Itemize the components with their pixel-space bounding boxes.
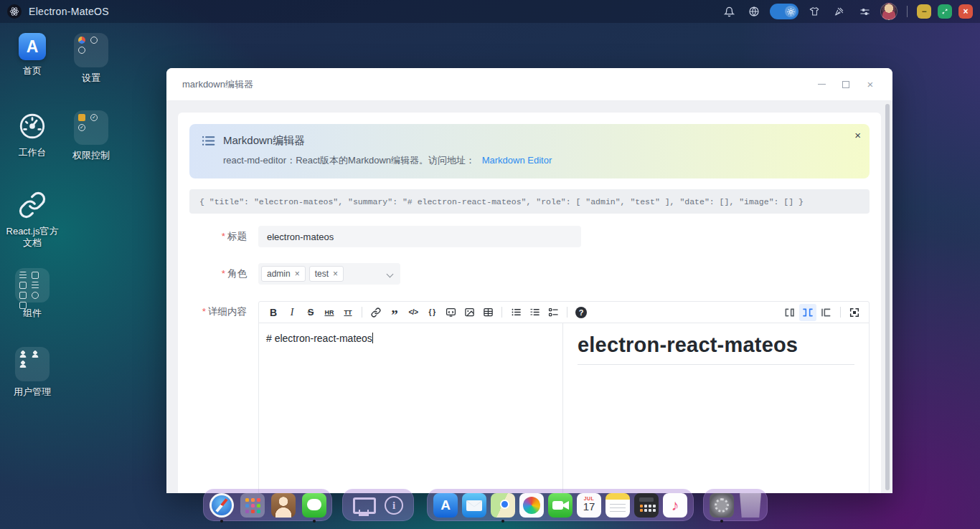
desktop-item-workbench[interactable]: 工作台: [3, 110, 62, 158]
close-icon[interactable]: ×: [864, 78, 877, 91]
role-label-text: 角色: [227, 268, 247, 279]
help-button[interactable]: ?: [573, 304, 590, 321]
maps-icon[interactable]: [491, 493, 515, 518]
italic-button[interactable]: I: [283, 304, 301, 321]
calculator-icon[interactable]: [634, 493, 659, 518]
window-title: markdown编辑器: [182, 78, 253, 91]
title-field-label: *标题: [189, 226, 247, 247]
code-inline-button[interactable]: </>: [405, 304, 422, 321]
language-globe-icon[interactable]: [745, 2, 763, 21]
image-button[interactable]: [461, 304, 478, 321]
photos-icon[interactable]: [519, 493, 544, 518]
content-field-label: *详细内容: [189, 301, 247, 493]
unordered-list-button[interactable]: [507, 304, 524, 321]
facetime-icon[interactable]: [548, 493, 573, 518]
theme-shirt-icon[interactable]: [805, 2, 824, 21]
title-input[interactable]: [258, 226, 581, 247]
window-minimize-button[interactable]: −: [917, 4, 931, 19]
preview-only-view-button[interactable]: [818, 304, 835, 321]
info-icon[interactable]: [382, 493, 406, 518]
link-button[interactable]: [367, 304, 385, 321]
quote-button[interactable]: ”: [386, 304, 403, 321]
code-block-button[interactable]: { }: [423, 304, 440, 321]
alert-description-text: react-md-editor：React版本的Markdown编辑器。访问地址…: [223, 155, 475, 166]
toolbar-separator: [567, 307, 567, 318]
desktop-item-components[interactable]: 组件: [3, 268, 62, 319]
gear-icon: [78, 47, 85, 54]
hr-button[interactable]: HR: [321, 304, 338, 321]
markdown-source-editor[interactable]: # electron-react-mateos: [259, 323, 563, 493]
tag-remove-icon[interactable]: ×: [333, 270, 338, 278]
display-icon[interactable]: [350, 493, 374, 518]
desktop-item-permissions[interactable]: ✓ ✓ 权限控制: [62, 110, 121, 161]
users-group-icon: [15, 347, 50, 381]
user-avatar[interactable]: [880, 3, 897, 20]
launchpad-icon[interactable]: [240, 493, 265, 518]
mermaid-button[interactable]: [442, 304, 459, 321]
role-tag: test ×: [309, 266, 344, 282]
calendar-icon[interactable]: JUL 17: [577, 493, 601, 518]
safari-icon[interactable]: [209, 493, 234, 518]
role-multiselect[interactable]: admin × test ×: [258, 263, 400, 285]
system-settings-icon[interactable]: [710, 493, 734, 518]
pin-icon[interactable]: [830, 2, 849, 21]
text-caret: [372, 333, 373, 343]
window-scrollbar[interactable]: [884, 101, 891, 493]
scrollbar-thumb[interactable]: [885, 104, 890, 490]
contacts-icon[interactable]: [271, 493, 296, 518]
topbar-divider: [907, 6, 908, 17]
editor-only-view-button[interactable]: [781, 304, 798, 321]
alert-title: Markdown编辑器: [223, 134, 305, 148]
notification-bell-icon[interactable]: [720, 2, 738, 21]
task-list-button[interactable]: [545, 304, 562, 321]
tag-remove-icon[interactable]: ×: [295, 270, 300, 278]
fullscreen-button[interactable]: [846, 304, 863, 321]
messages-icon[interactable]: [302, 493, 326, 518]
table-icon: [19, 272, 27, 279]
title-button[interactable]: TT: [339, 304, 357, 321]
desktop-item-user-management[interactable]: 用户管理: [3, 347, 62, 398]
form-row-content: *详细内容 B I S HR TT: [189, 301, 870, 493]
palette-icon: [78, 37, 85, 44]
app-store-icon[interactable]: A: [433, 493, 458, 518]
window-close-button[interactable]: ×: [958, 4, 973, 19]
minimize-icon[interactable]: [815, 78, 828, 91]
desktop-item-label: 用户管理: [14, 386, 51, 398]
window-maximize-button[interactable]: [938, 4, 952, 19]
settings-group-icon: [74, 33, 108, 67]
role-tag-label: admin: [267, 269, 291, 279]
desktop-item-settings[interactable]: 设置: [62, 33, 121, 84]
question-icon: ?: [575, 307, 587, 318]
role-tag: admin ×: [261, 266, 306, 282]
notes-icon[interactable]: [606, 493, 630, 518]
alert-close-icon[interactable]: ×: [854, 130, 861, 140]
strikethrough-button[interactable]: S: [302, 304, 319, 321]
desktop-item-label: 工作台: [19, 147, 47, 158]
running-dot: [720, 520, 723, 523]
desktop-item-react-docs[interactable]: React.js官方文档: [3, 189, 62, 249]
title-label-text: 标题: [227, 231, 247, 242]
desktop-item-label: 设置: [82, 72, 100, 84]
role-tag-label: test: [315, 269, 329, 279]
table-button[interactable]: [479, 304, 496, 321]
dashboard-gauge-icon: [17, 110, 48, 142]
calendar-day: 17: [583, 501, 595, 513]
mail-icon[interactable]: [462, 493, 486, 518]
settings-toggle[interactable]: [770, 4, 798, 19]
ordered-list-button[interactable]: [526, 304, 543, 321]
window-titlebar[interactable]: markdown编辑器 ×: [166, 68, 892, 101]
markdown-preview: electron-react-mateos: [563, 323, 869, 493]
form-json-preview: { "title": "electron-mateos", "summary":…: [189, 189, 870, 214]
trash-icon[interactable]: [738, 493, 763, 518]
form-row-role: *角色 admin × test ×: [189, 263, 870, 285]
bold-button[interactable]: B: [265, 304, 282, 321]
required-asterisk: *: [222, 268, 225, 279]
live-view-button[interactable]: [799, 304, 816, 321]
maximize-icon[interactable]: [839, 78, 852, 91]
desktop-item-home[interactable]: A 首页: [3, 33, 62, 77]
tree-icon: [19, 292, 27, 299]
markdown-editor-link[interactable]: Markdown Editor: [482, 155, 552, 166]
music-icon[interactable]: ♪: [663, 493, 687, 518]
tuning-sliders-icon[interactable]: [855, 2, 874, 21]
list-icon: [32, 282, 39, 289]
